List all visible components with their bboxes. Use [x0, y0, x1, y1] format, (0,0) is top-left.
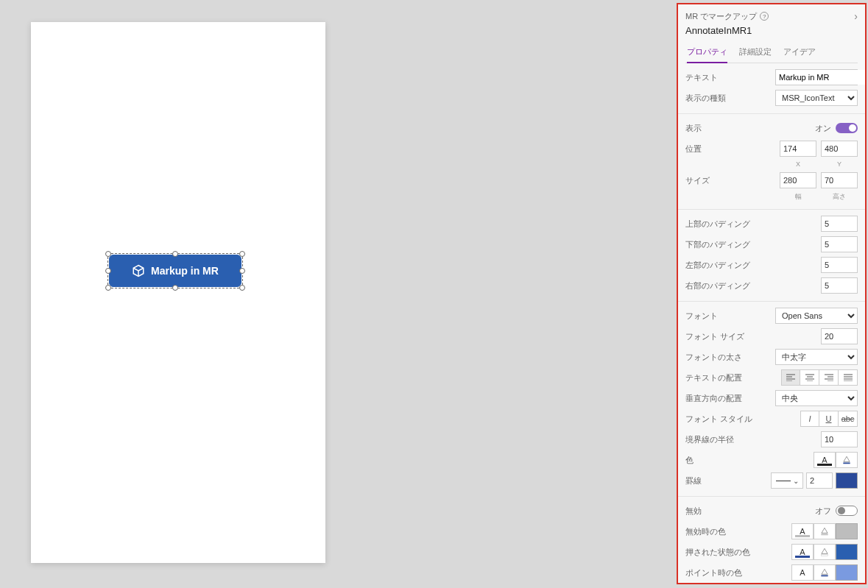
label-font-style: フォント スタイル: [685, 414, 752, 425]
text-color-button[interactable]: A: [814, 452, 836, 468]
tab-advanced[interactable]: 詳細設定: [739, 46, 772, 63]
align-left-button[interactable]: [781, 369, 800, 386]
disabled-state: オフ: [815, 506, 831, 517]
pad-top-input[interactable]: [821, 216, 858, 232]
font-weight-select[interactable]: 中太字: [775, 349, 858, 365]
label-pad-top: 上部のパディング: [685, 219, 750, 230]
pressed-border-color-swatch[interactable]: [836, 544, 858, 560]
svg-rect-17: [821, 534, 828, 536]
pad-bottom-input[interactable]: [821, 236, 858, 252]
visible-toggle[interactable]: [836, 123, 858, 133]
align-right-button[interactable]: [819, 369, 839, 386]
canvas-area[interactable]: Markup in MR: [0, 0, 674, 588]
label-hover-color: ポイント時の色: [685, 567, 742, 578]
label-text: テキスト: [685, 72, 718, 83]
sublabel-h: 高さ: [833, 192, 846, 202]
collapse-panel-icon[interactable]: ›: [854, 10, 858, 22]
font-size-input[interactable]: [821, 328, 858, 344]
properties-panel: MR でマークアップ ? › AnnotateInMR1 プロパティ 詳細設定 …: [677, 3, 867, 584]
disabled-fill-color-button[interactable]: [814, 523, 836, 539]
label-size: サイズ: [685, 175, 710, 186]
fill-color-button[interactable]: [836, 452, 858, 468]
sublabel-x: X: [796, 160, 800, 168]
label-position: 位置: [685, 144, 702, 155]
label-pressed-color: 押された状態の色: [685, 547, 750, 558]
display-type-select[interactable]: MSR_IconText: [775, 90, 858, 106]
label-display-type: 表示の種類: [685, 93, 726, 104]
label-font-size: フォント サイズ: [685, 331, 744, 342]
cube-icon: [132, 264, 145, 277]
button-label: Markup in MR: [151, 265, 219, 277]
label-pad-bottom: 下部のパディング: [685, 239, 750, 250]
label-border-radius: 境界線の半径: [685, 434, 734, 445]
pressed-fill-color-button[interactable]: [814, 544, 836, 560]
label-visible: 表示: [685, 123, 702, 134]
label-pad-right: 右部のパディング: [685, 280, 750, 291]
control-name: AnnotateInMR1: [685, 25, 858, 36]
markup-in-mr-button[interactable]: Markup in MR: [109, 255, 241, 287]
align-justify-button[interactable]: [839, 369, 858, 386]
text-align-group: [781, 369, 858, 386]
svg-rect-19: [821, 575, 828, 577]
panel-title: MR でマークアップ: [685, 11, 757, 22]
font-style-group: I U abc: [800, 411, 858, 427]
border-width-input[interactable]: [806, 472, 833, 489]
strikethrough-button[interactable]: abc: [839, 411, 858, 427]
svg-rect-18: [821, 555, 828, 556]
label-color: 色: [685, 455, 694, 466]
pad-left-input[interactable]: [821, 257, 858, 273]
disabled-toggle[interactable]: [836, 506, 858, 516]
hover-border-color-swatch[interactable]: [836, 564, 858, 581]
pad-right-input[interactable]: [821, 277, 858, 294]
italic-button[interactable]: I: [800, 411, 819, 427]
font-select[interactable]: Open Sans: [775, 308, 858, 324]
help-icon[interactable]: ?: [760, 12, 769, 21]
text-input[interactable]: ▲▼: [775, 69, 858, 85]
size-w-input[interactable]: [780, 172, 816, 188]
border-style-select[interactable]: ⌄: [771, 472, 803, 489]
position-y-input[interactable]: [821, 141, 858, 157]
tab-ideas[interactable]: アイデア: [783, 46, 816, 63]
label-pad-left: 左部のパディング: [685, 260, 750, 271]
sublabel-y: Y: [837, 160, 841, 168]
border-color-swatch[interactable]: [836, 472, 858, 489]
label-text-align: テキストの配置: [685, 372, 742, 383]
size-h-input[interactable]: [821, 172, 858, 188]
label-font-weight: フォントの太さ: [685, 352, 742, 363]
label-disabled: 無効: [685, 506, 702, 517]
label-border: 罫線: [685, 475, 702, 486]
hover-fill-color-button[interactable]: [814, 564, 836, 581]
label-font: フォント: [685, 311, 718, 322]
app-screen[interactable]: [31, 22, 325, 563]
text-field[interactable]: [776, 70, 867, 85]
pressed-text-color-button[interactable]: A: [791, 544, 814, 560]
svg-rect-16: [843, 463, 850, 464]
sublabel-w: 幅: [795, 192, 802, 202]
label-disabled-color: 無効時の色: [685, 526, 726, 537]
hover-text-color-button[interactable]: A: [791, 564, 814, 581]
underline-button[interactable]: U: [819, 411, 839, 427]
label-valign: 垂直方向の配置: [685, 393, 742, 404]
valign-select[interactable]: 中央: [775, 390, 858, 406]
disabled-border-color-swatch[interactable]: [836, 523, 858, 539]
position-x-input[interactable]: [780, 141, 816, 157]
tab-properties[interactable]: プロパティ: [687, 46, 727, 63]
border-radius-input[interactable]: [821, 431, 858, 447]
disabled-text-color-button[interactable]: A: [791, 523, 814, 539]
visible-state: オン: [815, 123, 831, 134]
align-center-button[interactable]: [800, 369, 819, 386]
